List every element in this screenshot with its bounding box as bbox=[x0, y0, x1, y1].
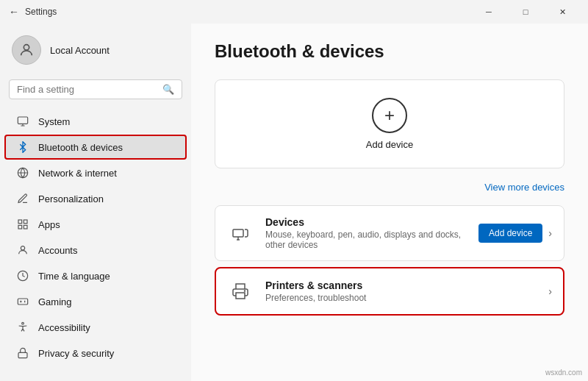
printers-action: › bbox=[548, 285, 552, 297]
sidebar-item-label: Personalization bbox=[38, 193, 104, 204]
network-nav-icon bbox=[16, 166, 29, 179]
svg-rect-11 bbox=[18, 352, 27, 357]
sidebar-item-label: Accessibility bbox=[38, 322, 90, 333]
sidebar-item-label: Time & language bbox=[38, 271, 110, 282]
add-device-button[interactable]: Add device bbox=[478, 224, 542, 243]
svg-rect-6 bbox=[24, 225, 27, 229]
devices-desc: Mouse, keyboard, pen, audio, displays an… bbox=[265, 229, 467, 250]
device-rows-container: Devices Mouse, keyboard, pen, audio, dis… bbox=[215, 205, 564, 316]
sidebar: Local Account 🔍 System Bluetooth & devic… bbox=[0, 24, 191, 381]
close-button[interactable]: ✕ bbox=[545, 0, 579, 24]
nav-list: System Bluetooth & devices Network & int… bbox=[0, 108, 191, 381]
search-container: 🔍 bbox=[0, 76, 191, 108]
sidebar-item-label: Privacy & security bbox=[38, 348, 114, 359]
printers-info: Printers & scanners Preferences, trouble… bbox=[265, 279, 537, 303]
bluetooth-nav-icon bbox=[16, 140, 29, 154]
watermark: wsxdn.com bbox=[545, 368, 582, 377]
sidebar-item-label: Gaming bbox=[38, 296, 72, 307]
sidebar-item-bluetooth[interactable]: Bluetooth & devices bbox=[4, 135, 187, 160]
add-device-label: Add device bbox=[366, 139, 413, 150]
sidebar-item-label: Apps bbox=[38, 219, 60, 230]
personalization-nav-icon bbox=[16, 192, 29, 205]
view-more-devices-link[interactable]: View more devices bbox=[484, 182, 564, 193]
device-row-devices[interactable]: Devices Mouse, keyboard, pen, audio, dis… bbox=[215, 205, 564, 261]
printers-desc: Preferences, troubleshoot bbox=[265, 293, 537, 303]
titlebar-controls: ─ □ ✕ bbox=[472, 0, 579, 24]
devices-info: Devices Mouse, keyboard, pen, audio, dis… bbox=[265, 216, 467, 250]
sidebar-item-personalization[interactable]: Personalization bbox=[4, 186, 187, 211]
main-content: Bluetooth & devices + Add device View mo… bbox=[191, 24, 588, 381]
svg-rect-12 bbox=[233, 229, 243, 237]
sidebar-item-system[interactable]: System bbox=[4, 109, 187, 134]
sidebar-item-network[interactable]: Network & internet bbox=[4, 160, 187, 185]
svg-rect-5 bbox=[18, 225, 22, 229]
sidebar-item-accounts[interactable]: Accounts bbox=[4, 238, 187, 263]
svg-rect-1 bbox=[18, 117, 27, 124]
svg-point-0 bbox=[24, 45, 29, 50]
user-name: Local Account bbox=[50, 45, 110, 56]
svg-point-14 bbox=[245, 291, 245, 291]
user-profile[interactable]: Local Account bbox=[0, 29, 191, 76]
search-icon: 🔍 bbox=[162, 84, 174, 95]
svg-rect-9 bbox=[18, 299, 27, 305]
sidebar-item-label: Bluetooth & devices bbox=[38, 142, 123, 153]
app-container: Local Account 🔍 System Bluetooth & devic… bbox=[0, 24, 588, 381]
sidebar-item-label: Network & internet bbox=[38, 168, 117, 179]
page-title: Bluetooth & devices bbox=[215, 41, 564, 62]
avatar bbox=[12, 35, 41, 65]
svg-rect-13 bbox=[236, 293, 245, 299]
privacy-nav-icon bbox=[16, 346, 29, 360]
titlebar-title: Settings bbox=[25, 7, 57, 17]
devices-title: Devices bbox=[265, 216, 467, 228]
sidebar-item-gaming[interactable]: Gaming bbox=[4, 289, 187, 314]
maximize-button[interactable]: □ bbox=[509, 0, 542, 24]
accounts-nav-icon bbox=[16, 243, 29, 257]
titlebar: ← Settings ─ □ ✕ bbox=[0, 0, 588, 24]
add-device-card[interactable]: + Add device bbox=[215, 79, 564, 168]
printers-icon bbox=[227, 278, 254, 305]
search-box[interactable]: 🔍 bbox=[9, 79, 182, 99]
chevron-right-icon: › bbox=[548, 227, 552, 239]
device-row-printers[interactable]: Printers & scanners Preferences, trouble… bbox=[215, 267, 564, 316]
sidebar-item-label: Accounts bbox=[38, 245, 77, 256]
minimize-button[interactable]: ─ bbox=[472, 0, 506, 24]
view-more-link: View more devices bbox=[215, 180, 564, 193]
accessibility-nav-icon bbox=[16, 321, 29, 334]
svg-rect-4 bbox=[24, 220, 27, 224]
gaming-nav-icon bbox=[16, 295, 29, 308]
sidebar-item-apps[interactable]: Apps bbox=[4, 212, 187, 237]
printers-title: Printers & scanners bbox=[265, 279, 537, 291]
devices-icon bbox=[227, 220, 254, 246]
apps-nav-icon bbox=[16, 218, 29, 231]
sidebar-item-label: System bbox=[38, 116, 70, 127]
add-device-circle: + bbox=[372, 98, 407, 133]
svg-point-7 bbox=[21, 246, 24, 250]
chevron-right-icon: › bbox=[548, 285, 552, 297]
time-nav-icon bbox=[16, 269, 29, 282]
plus-icon: + bbox=[384, 105, 395, 126]
search-input[interactable] bbox=[17, 84, 157, 95]
sidebar-item-accessibility[interactable]: Accessibility bbox=[4, 315, 187, 340]
svg-rect-3 bbox=[18, 220, 22, 224]
sidebar-item-privacy[interactable]: Privacy & security bbox=[4, 341, 187, 366]
system-nav-icon bbox=[16, 115, 29, 128]
back-icon[interactable]: ← bbox=[9, 6, 19, 18]
devices-action: Add device › bbox=[478, 224, 552, 243]
sidebar-item-time[interactable]: Time & language bbox=[4, 263, 187, 288]
titlebar-left: ← Settings bbox=[9, 6, 57, 18]
svg-point-10 bbox=[22, 322, 24, 324]
